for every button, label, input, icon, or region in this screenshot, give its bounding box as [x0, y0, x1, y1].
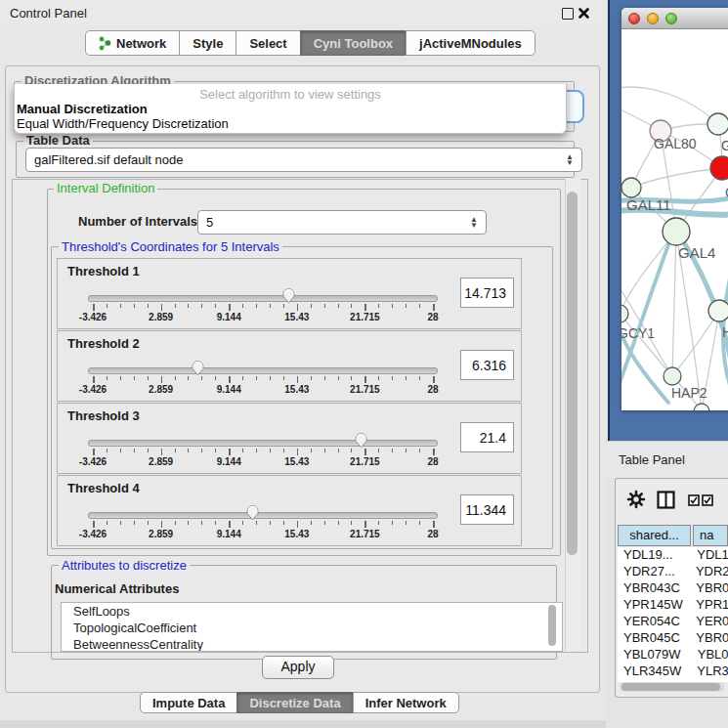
table-row[interactable]: YPR145WYPR1 [618, 597, 728, 614]
slider-tick [229, 449, 231, 455]
slider-tick [161, 449, 163, 455]
table-column-header[interactable]: na [693, 525, 728, 546]
threshold-slider-track[interactable] [88, 440, 438, 447]
slider-tick-label: 21.715 [340, 456, 389, 467]
slider-tick [311, 521, 312, 525]
number-of-intervals-value: 5 [206, 215, 213, 230]
attributes-list-scrollbar-thumb[interactable] [548, 605, 556, 646]
close-icon[interactable] [578, 7, 590, 20]
slider-tick [175, 376, 176, 380]
slider-tick [338, 304, 339, 308]
algorithm-dropdown-popup: Select algorithm to view settings Manual… [14, 84, 567, 134]
tab-discretize-data[interactable]: Discretize Data [236, 692, 353, 713]
float-window-icon[interactable] [562, 8, 574, 20]
dropdown-item-manual-discretization[interactable]: Manual Discretization [17, 102, 148, 116]
table-row[interactable]: YBL079WYBL0 [618, 647, 728, 664]
table-row[interactable]: YLR345WYLR3 [618, 664, 728, 680]
minimize-traffic-light[interactable] [647, 13, 659, 24]
slider-tick-label: 21.715 [340, 384, 389, 395]
slider-tick [406, 376, 407, 380]
threshold-slider-track[interactable] [88, 367, 438, 374]
tab-label: Impute Data [152, 696, 225, 710]
tab-style[interactable]: Style [179, 30, 236, 56]
slider-tick [93, 521, 95, 528]
tab-select[interactable]: Select [236, 30, 300, 56]
network-node-gcy1[interactable] [621, 305, 628, 322]
numerical-attributes-list[interactable]: SelfLoopsTopologicalCoefficientBetweenne… [61, 602, 563, 652]
threshold-slider-thumb[interactable] [281, 287, 296, 304]
threshold-slider-track[interactable] [88, 295, 438, 302]
tab-cyni-toolbox[interactable]: Cyni Toolbox [300, 30, 407, 56]
network-node-c[interactable] [710, 156, 728, 180]
apply-button[interactable]: Apply [262, 656, 334, 679]
network-node-ga[interactable] [707, 113, 728, 135]
zoom-traffic-light[interactable] [665, 13, 677, 24]
close-traffic-light[interactable] [628, 13, 640, 24]
slider-tick [256, 449, 257, 452]
slider-tick-label: -3.426 [68, 456, 117, 467]
threshold-row-2: Threshold 2-3.4262.8599.14415.4321.71528… [57, 330, 522, 402]
slider-tick-label: 28 [408, 529, 457, 539]
network-canvas[interactable]: GAL80GACGAL11GAL4GCY1HHAP2 [621, 29, 728, 410]
slider-tick [201, 521, 202, 525]
table-panel-title: Table Panel [619, 452, 685, 467]
threshold-value-field[interactable]: 21.4 [460, 422, 514, 452]
slider-tick [324, 376, 325, 380]
slider-tick-label: 2.859 [137, 529, 186, 539]
network-window: GAL80GACGAL11GAL4GCY1HHAP2 [621, 8, 728, 410]
tab-network[interactable]: Network [85, 30, 180, 56]
table-row[interactable]: YDL19...YDL1 [618, 547, 728, 564]
slider-tick [378, 376, 379, 380]
threshold-slider-thumb[interactable] [191, 360, 205, 376]
number-of-intervals-combobox[interactable]: 5 ▲▼ [197, 210, 487, 235]
network-window-titlebar[interactable] [621, 8, 728, 29]
table-horizontal-scrollbar-thumb[interactable] [621, 683, 720, 691]
network-node-h[interactable] [708, 300, 728, 321]
table-cell: YLR3 [689, 664, 728, 680]
checkbox-checked-icon[interactable] [688, 494, 700, 506]
vertical-scrollbar-thumb[interactable] [567, 192, 578, 555]
network-node-hap2[interactable] [664, 367, 681, 385]
tab-jactivemnodules[interactable]: jActiveMNodules [406, 30, 535, 56]
attribute-item-betweennesscentrality[interactable]: BetweennessCentrality [62, 636, 562, 652]
table-row[interactable]: YBR043CYBR0 [618, 580, 728, 597]
network-node-label: HAP2 [671, 385, 707, 401]
network-node-gal4[interactable] [663, 218, 690, 245]
table-cell: YDL19... [618, 547, 689, 564]
threshold-slider-thumb[interactable] [354, 432, 368, 449]
threshold-slider-thumb[interactable] [245, 504, 260, 521]
slider-tick [93, 376, 95, 383]
table-row[interactable]: YBR045CYBR0 [618, 630, 728, 647]
slider-tick [406, 449, 407, 452]
columns-icon[interactable] [657, 491, 675, 509]
table-data-combobox[interactable]: galFiltered.sif default node ▲▼ [25, 148, 582, 172]
threshold-slider-track[interactable] [88, 512, 438, 519]
network-edge [672, 232, 676, 376]
slider-tick [215, 376, 216, 380]
slider-tick [188, 521, 189, 525]
network-node-label: GA [721, 138, 728, 153]
table-row[interactable]: YER054CYER0 [618, 614, 728, 630]
attribute-item-selfloops[interactable]: SelfLoops [62, 603, 562, 620]
threshold-value-field[interactable]: 14.713 [460, 278, 514, 308]
table-column-header[interactable]: shared... [618, 525, 691, 546]
slider-tick [120, 376, 121, 380]
slider-tick [270, 521, 271, 525]
threshold-row-3: Threshold 3-3.4262.8599.14415.4321.71528… [57, 403, 522, 474]
table-row[interactable]: YDR27...YDR2 [618, 564, 728, 580]
attribute-item-topologicalcoefficient[interactable]: TopologicalCoefficient [62, 620, 562, 636]
slider-tick-label: 15.43 [273, 312, 321, 322]
checkbox-checked-icon[interactable] [702, 494, 713, 506]
tab-impute-data[interactable]: Impute Data [140, 692, 237, 713]
slider-tick [229, 376, 231, 383]
tab-infer-network[interactable]: Infer Network [353, 692, 459, 713]
slider-tick [419, 376, 420, 380]
threshold-value-field[interactable]: 6.316 [460, 350, 514, 380]
gear-icon[interactable] [626, 490, 646, 509]
slider-tick [283, 304, 284, 308]
threshold-value-field[interactable]: 11.344 [460, 494, 514, 525]
network-node-gal11[interactable] [621, 178, 641, 197]
dropdown-item-equal-width-frequency-discretization[interactable]: Equal Width/Frequency Discretization [17, 116, 229, 131]
slider-tick [338, 449, 339, 452]
slider-tick [297, 304, 299, 311]
